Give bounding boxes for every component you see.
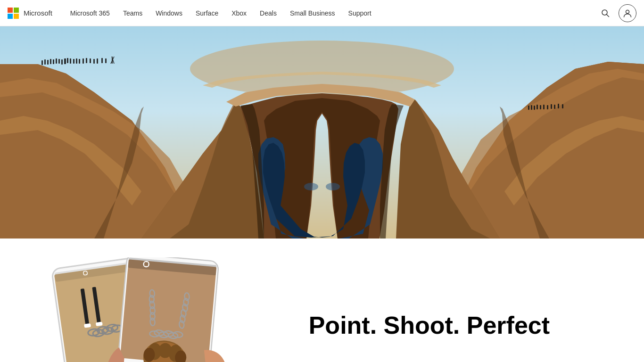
- microsoft-logo: [8, 8, 19, 19]
- svg-rect-15: [64, 58, 66, 64]
- logo-red-square: [8, 8, 13, 13]
- svg-rect-21: [83, 58, 84, 64]
- svg-rect-18: [73, 59, 74, 64]
- header-actions: [596, 4, 636, 23]
- microsoft-logo-link[interactable]: Microsoft: [8, 8, 52, 19]
- logo-blue-square: [8, 14, 13, 19]
- svg-rect-24: [93, 59, 95, 64]
- tagline-section: Point. Shoot. Perfect: [290, 257, 644, 362]
- main-nav: Microsoft 365 Teams Windows Surface Xbox…: [64, 0, 596, 26]
- svg-rect-27: [105, 58, 107, 63]
- nav-support[interactable]: Support: [342, 0, 378, 26]
- svg-rect-22: [86, 58, 87, 63]
- phone-mockup: [50, 257, 258, 362]
- site-header: Microsoft Microsoft 365 Teams Windows Su…: [0, 0, 644, 26]
- svg-rect-25: [97, 58, 98, 64]
- nav-teams[interactable]: Teams: [116, 0, 149, 26]
- nav-deals[interactable]: Deals: [253, 0, 283, 26]
- nav-xbox[interactable]: Xbox: [225, 0, 253, 26]
- account-icon: [623, 8, 632, 18]
- svg-rect-8: [44, 59, 46, 65]
- nav-microsoft365[interactable]: Microsoft 365: [64, 0, 116, 26]
- search-button[interactable]: [596, 4, 615, 23]
- hero-image-container: [0, 26, 644, 239]
- svg-rect-7: [41, 60, 43, 65]
- svg-rect-10: [50, 59, 51, 64]
- svg-rect-34: [537, 105, 538, 109]
- svg-rect-39: [554, 105, 555, 109]
- svg-rect-17: [70, 58, 71, 64]
- logo-yellow-square: [14, 14, 19, 19]
- search-icon: [601, 9, 610, 17]
- hero-tagline: Point. Shoot. Perfect: [309, 312, 616, 339]
- brand-name: Microsoft: [24, 9, 52, 17]
- canyon-svg: [0, 26, 644, 239]
- nav-windows[interactable]: Windows: [149, 0, 189, 26]
- svg-rect-11: [53, 59, 54, 64]
- nav-surface[interactable]: Surface: [189, 0, 225, 26]
- svg-rect-40: [558, 104, 559, 108]
- svg-point-5: [304, 183, 318, 190]
- svg-rect-13: [58, 59, 60, 64]
- svg-line-1: [607, 14, 609, 16]
- svg-rect-19: [76, 58, 77, 64]
- svg-rect-12: [56, 58, 57, 64]
- svg-rect-23: [90, 58, 91, 63]
- svg-rect-37: [547, 105, 548, 109]
- account-button[interactable]: [619, 4, 636, 22]
- phone-demo-svg: [50, 257, 258, 362]
- svg-rect-33: [534, 106, 535, 110]
- svg-rect-35: [540, 105, 541, 109]
- svg-rect-26: [101, 58, 103, 63]
- svg-point-2: [626, 10, 629, 13]
- svg-rect-9: [47, 60, 49, 65]
- svg-point-6: [326, 183, 340, 190]
- below-hero-section: Point. Shoot. Perfect: [0, 239, 644, 362]
- nav-small-business[interactable]: Small Business: [283, 0, 342, 26]
- svg-rect-41: [562, 104, 563, 108]
- svg-rect-32: [531, 105, 532, 110]
- svg-rect-16: [67, 58, 68, 63]
- logo-green-square: [14, 8, 19, 13]
- svg-rect-38: [551, 104, 552, 109]
- svg-rect-14: [61, 59, 63, 65]
- svg-rect-31: [528, 106, 529, 110]
- svg-rect-36: [543, 105, 545, 109]
- svg-rect-20: [79, 59, 80, 64]
- phone-demo-section: [0, 257, 290, 362]
